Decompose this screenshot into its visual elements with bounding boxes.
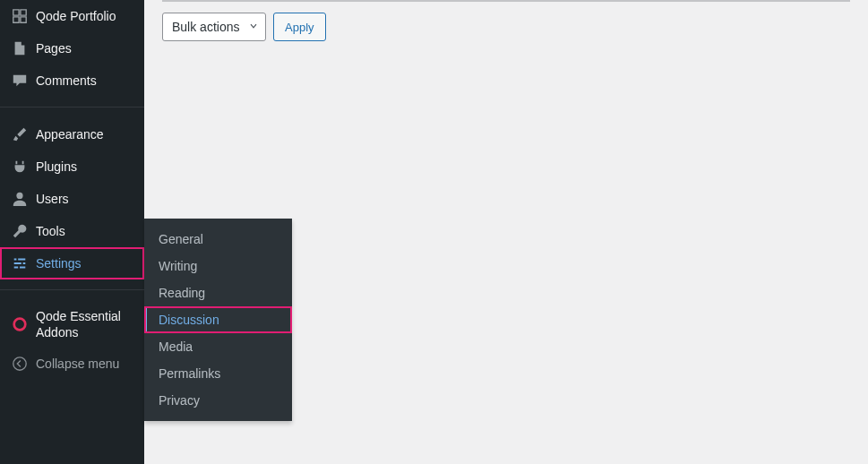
- sidebar-item-collapse[interactable]: Collapse menu: [0, 348, 144, 380]
- sidebar-item-qode-portfolio[interactable]: Qode Portfolio: [0, 0, 144, 32]
- sidebar-label: Comments: [36, 73, 97, 89]
- collapse-icon: [11, 355, 29, 373]
- sliders-icon: [11, 254, 29, 272]
- sidebar-label: Tools: [36, 223, 65, 239]
- bulk-actions-select-wrap: Bulk actions: [162, 13, 266, 41]
- sidebar-label: Appearance: [36, 126, 104, 142]
- apply-button[interactable]: Apply: [273, 13, 326, 41]
- sidebar-item-comments[interactable]: Comments: [0, 64, 144, 97]
- grid-icon: [11, 7, 29, 25]
- sidebar-label: Users: [36, 191, 69, 207]
- table-divider: [162, 0, 850, 2]
- sidebar-item-appearance[interactable]: Appearance: [0, 118, 144, 150]
- svg-point-0: [16, 193, 22, 199]
- page-icon: [11, 39, 29, 57]
- submenu-item-permalinks[interactable]: Permalinks: [144, 360, 292, 387]
- sidebar-item-settings[interactable]: Settings: [0, 247, 144, 279]
- submenu-item-general[interactable]: General: [144, 226, 292, 253]
- wrench-icon: [11, 222, 29, 240]
- submenu-item-discussion[interactable]: Discussion: [144, 306, 292, 333]
- sidebar-label: Settings: [36, 255, 82, 271]
- sidebar-item-plugins[interactable]: Plugins: [0, 150, 144, 183]
- submenu-item-privacy[interactable]: Privacy: [144, 387, 292, 414]
- sidebar-label: Pages: [36, 40, 72, 56]
- svg-point-1: [14, 319, 26, 331]
- sidebar-separator: [0, 279, 144, 290]
- bulk-actions-toolbar: Bulk actions Apply: [162, 13, 850, 41]
- svg-point-2: [13, 357, 26, 370]
- plug-icon: [11, 158, 29, 176]
- sidebar-label: Qode Essential Addons: [36, 308, 137, 340]
- sidebar-item-users[interactable]: Users: [0, 183, 144, 215]
- brush-icon: [11, 125, 29, 143]
- submenu-item-reading[interactable]: Reading: [144, 279, 292, 306]
- sidebar-item-tools[interactable]: Tools: [0, 215, 144, 247]
- bulk-actions-select[interactable]: Bulk actions: [162, 13, 266, 41]
- settings-submenu: General Writing Reading Discussion Media…: [144, 219, 292, 421]
- comment-icon: [11, 72, 29, 90]
- sidebar-label: Qode Portfolio: [36, 8, 116, 24]
- sidebar-separator: [0, 97, 144, 107]
- sidebar-label: Plugins: [36, 159, 77, 175]
- admin-sidebar: Qode Portfolio Pages Comments Appearance…: [0, 0, 144, 464]
- submenu-item-writing[interactable]: Writing: [144, 253, 292, 279]
- qode-icon: [11, 315, 29, 333]
- sidebar-item-pages[interactable]: Pages: [0, 32, 144, 64]
- sidebar-item-qode-addons[interactable]: Qode Essential Addons: [0, 301, 144, 348]
- submenu-item-media[interactable]: Media: [144, 333, 292, 360]
- sidebar-label: Collapse menu: [36, 356, 119, 372]
- user-icon: [11, 190, 29, 208]
